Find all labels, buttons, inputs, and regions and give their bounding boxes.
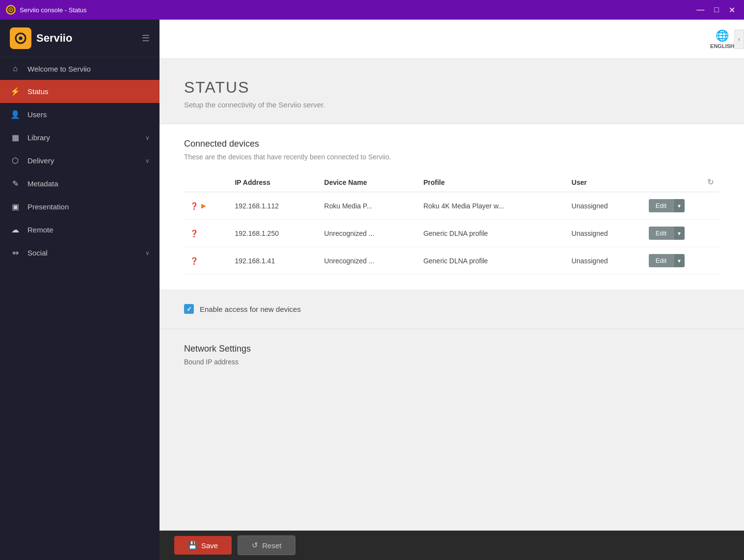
- col-device: Device Name: [319, 173, 418, 192]
- device-name-1: Unrecognized ...: [319, 220, 418, 247]
- svg-point-2: [10, 9, 12, 11]
- sidebar-item-status[interactable]: ⚡Status: [0, 80, 159, 103]
- device-user-2: Unassigned: [566, 247, 643, 275]
- minimize-button[interactable]: —: [693, 5, 707, 15]
- library-icon: ▦: [10, 133, 21, 142]
- social-chevron-icon: ∨: [145, 250, 150, 256]
- close-button[interactable]: ✕: [726, 5, 738, 15]
- sidebar-item-label-status: Status: [27, 87, 49, 96]
- col-profile: Profile: [418, 173, 566, 192]
- device-status-1: ❓: [184, 220, 229, 247]
- sidebar-item-social[interactable]: ⇔Social∨: [0, 241, 159, 264]
- refresh-icon[interactable]: ↻: [707, 178, 714, 186]
- reset-icon: ↺: [252, 541, 258, 550]
- enable-access-label: Enable access for new devices: [200, 305, 301, 313]
- network-section: Network Settings Bound IP address: [159, 329, 744, 376]
- device-status-0: ❓▶: [184, 192, 229, 220]
- sidebar-item-label-remote: Remote: [27, 226, 53, 234]
- status-question-icon: ❓: [190, 202, 198, 210]
- table-row: ❓192.168.1.41Unrecognized ...Generic DLN…: [184, 247, 719, 275]
- device-name-2: Unrecognized ...: [319, 247, 418, 275]
- window-title: Serviio console - Status: [20, 6, 87, 14]
- sidebar-item-remote[interactable]: ☁Remote: [0, 218, 159, 241]
- sidebar-item-label-users: Users: [27, 110, 47, 119]
- app-body: Serviio ☰ ⌂Welcome to Serviio⚡Status👤Use…: [0, 20, 744, 560]
- device-actions-0: Edit▾: [643, 192, 719, 220]
- table-row: ❓192.168.1.250Unrecognized ...Generic DL…: [184, 220, 719, 247]
- sidebar-item-label-welcome: Welcome to Serviio: [27, 65, 91, 73]
- access-section: Enable access for new devices: [159, 289, 744, 329]
- window-controls: — □ ✕: [693, 5, 738, 15]
- enable-access-checkbox[interactable]: [184, 304, 194, 314]
- main-content: STATUS Setup the connectivity of the Ser…: [159, 59, 744, 531]
- device-user-1: Unassigned: [566, 220, 643, 247]
- logo-text: Serviio: [36, 32, 72, 45]
- delivery-chevron-icon: ∨: [145, 157, 150, 164]
- edit-button-2[interactable]: Edit: [649, 254, 673, 267]
- hamburger-icon[interactable]: ☰: [142, 33, 150, 44]
- status-icon: ⚡: [10, 87, 21, 96]
- bound-ip-label: Bound IP address: [184, 358, 719, 366]
- sidebar-item-label-library: Library: [27, 133, 50, 142]
- reset-button[interactable]: ↺ Reset: [238, 535, 295, 555]
- globe-icon: 🌐: [716, 29, 729, 42]
- sidebar-item-metadata[interactable]: ✎Metadata: [0, 172, 159, 195]
- edit-button-0[interactable]: Edit: [649, 199, 673, 212]
- social-icon: ⇔: [10, 248, 21, 257]
- language-label: ENGLISH: [710, 43, 734, 49]
- network-title: Network Settings: [184, 344, 719, 354]
- devices-table: IP Address Device Name Profile User ↻ ❓▶…: [184, 173, 719, 275]
- maximize-button[interactable]: □: [711, 5, 722, 15]
- status-play-icon: ▶: [201, 202, 206, 209]
- sidebar-item-delivery[interactable]: ⬡Delivery∨: [0, 149, 159, 172]
- connected-devices-title: Connected devices: [184, 139, 719, 149]
- device-profile-1: Generic DLNA profile: [418, 220, 566, 247]
- edit-dropdown-button-0[interactable]: ▾: [673, 199, 685, 212]
- device-user-0: Unassigned: [566, 192, 643, 220]
- device-profile-2: Generic DLNA profile: [418, 247, 566, 275]
- col-actions: ↻: [643, 173, 719, 192]
- bottom-bar: 💾 Save ↺ Reset: [159, 531, 744, 560]
- app-logo-icon: [6, 5, 16, 15]
- sidebar-item-users[interactable]: 👤Users: [0, 103, 159, 126]
- sidebar-item-label-social: Social: [27, 249, 48, 257]
- page-subtitle: Setup the connectivity of the Serviio se…: [184, 101, 719, 109]
- language-button[interactable]: 🌐 ENGLISH: [710, 29, 734, 49]
- welcome-icon: ⌂: [10, 64, 21, 73]
- topbar: 🌐 ENGLISH ‹: [159, 20, 744, 59]
- col-status: [184, 173, 229, 192]
- status-header: STATUS Setup the connectivity of the Ser…: [159, 59, 744, 124]
- collapse-button[interactable]: ‹: [734, 29, 744, 49]
- status-question-icon: ❓: [190, 257, 198, 265]
- users-icon: 👤: [10, 110, 21, 119]
- device-actions-1: Edit▾: [643, 220, 719, 247]
- content-area: 🌐 ENGLISH ‹ STATUS Setup the connectivit…: [159, 20, 744, 560]
- sidebar-item-library[interactable]: ▦Library∨: [0, 126, 159, 149]
- edit-dropdown-button-2[interactable]: ▾: [673, 254, 685, 267]
- metadata-icon: ✎: [10, 179, 21, 188]
- status-question-icon: ❓: [190, 229, 198, 237]
- edit-button-1[interactable]: Edit: [649, 227, 673, 240]
- sidebar-item-label-delivery: Delivery: [27, 156, 54, 165]
- connected-devices-desc: These are the devices that have recently…: [184, 153, 719, 161]
- sidebar-logo: Serviio: [10, 27, 72, 49]
- sidebar: Serviio ☰ ⌂Welcome to Serviio⚡Status👤Use…: [0, 20, 159, 560]
- save-button[interactable]: 💾 Save: [174, 536, 232, 555]
- device-status-2: ❓: [184, 247, 229, 275]
- titlebar: Serviio console - Status — □ ✕: [0, 0, 744, 20]
- edit-dropdown-button-1[interactable]: ▾: [673, 227, 685, 240]
- reset-label: Reset: [262, 541, 281, 550]
- connected-devices-section: Connected devices These are the devices …: [159, 124, 744, 289]
- device-ip-2: 192.168.1.41: [229, 247, 318, 275]
- sidebar-item-welcome[interactable]: ⌂Welcome to Serviio: [0, 57, 159, 80]
- save-label: Save: [201, 541, 218, 550]
- save-icon: 💾: [188, 541, 197, 550]
- col-ip: IP Address: [229, 173, 318, 192]
- titlebar-title: Serviio console - Status: [6, 5, 87, 15]
- table-row: ❓▶192.168.1.112Roku Media P...Roku 4K Me…: [184, 192, 719, 220]
- sidebar-item-presentation[interactable]: ▣Presentation: [0, 195, 159, 218]
- serviio-logo-icon: [10, 27, 31, 49]
- device-profile-0: Roku 4K Media Player w...: [418, 192, 566, 220]
- sidebar-nav: ⌂Welcome to Serviio⚡Status👤Users▦Library…: [0, 57, 159, 560]
- svg-point-5: [19, 37, 23, 40]
